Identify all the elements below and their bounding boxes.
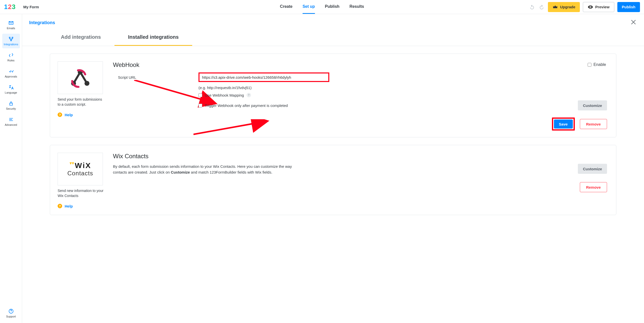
integration-card-webhook: Enable [50, 54, 616, 137]
integration-card-wix: ▾▾WiX Contacts Send new information to y… [50, 145, 616, 215]
wix-help-link[interactable]: ? Help [58, 204, 105, 208]
page-title: Integrations [29, 20, 55, 25]
lock-icon [8, 101, 14, 106]
preview-label: Preview [595, 5, 610, 9]
tab-setup[interactable]: Set up [303, 0, 315, 14]
sidebar-label-approvals: Approvals [5, 75, 17, 78]
help-label: Help [65, 113, 73, 117]
publish-label: Publish [622, 5, 635, 9]
sidebar-item-advanced[interactable]: Advanced [2, 114, 20, 129]
redo-button[interactable] [538, 4, 545, 10]
close-button[interactable] [630, 19, 637, 27]
webhook-icon [69, 68, 92, 88]
help-badge-icon: ? [58, 204, 62, 208]
crown-icon [552, 4, 558, 10]
webhook-desc: Send your form submissions to a custom s… [58, 97, 105, 107]
integrations-icon [8, 36, 14, 42]
language-icon [8, 85, 14, 90]
trigger-after-payment-checkbox[interactable] [198, 104, 202, 107]
upgrade-label: Upgrade [560, 5, 575, 9]
tab-results[interactable]: Results [349, 0, 364, 14]
advanced-icon [8, 117, 14, 122]
sidebar-label-security: Security [6, 107, 16, 110]
wix-description: By default, each form submission sends i… [113, 164, 294, 175]
rules-icon [8, 52, 14, 58]
sidebar-label-rules: Rules [7, 59, 14, 62]
sidebar-label-support: Support [6, 315, 16, 318]
redo-icon [539, 4, 544, 10]
sidebar-item-integrations[interactable]: Integrations [2, 34, 20, 48]
sidebar-label-language: Language [5, 91, 17, 94]
script-url-input[interactable] [198, 72, 329, 82]
sidebar-item-security[interactable]: Security [2, 98, 20, 113]
sidebar-item-emails[interactable]: Emails [2, 18, 20, 32]
upgrade-button[interactable]: Upgrade [548, 2, 580, 12]
wix-title: Wix Contacts [113, 153, 607, 160]
wix-logo: ▾▾WiX Contacts [58, 153, 103, 185]
mail-icon [8, 20, 14, 26]
enable-label: Enable [593, 62, 606, 67]
script-url-label: Script URL [113, 75, 198, 79]
sidebar-item-approvals[interactable]: Approvals [2, 66, 20, 80]
trigger-after-payment-label: Trigger Webhook only after payment is co… [205, 103, 288, 108]
sidebar-item-support[interactable]: Support [2, 306, 20, 320]
wix-remove-button[interactable]: Remove [580, 182, 607, 192]
close-icon [630, 19, 637, 26]
use-mapping-label: Use Webhook Mapping [205, 93, 244, 97]
sidebar-label-integrations: Integrations [4, 43, 18, 46]
wix-help-label: Help [65, 204, 73, 208]
help-icon [8, 308, 14, 314]
undo-icon [529, 4, 535, 10]
sidebar-item-language[interactable]: Language [2, 82, 20, 97]
help-link[interactable]: ? Help [58, 112, 105, 117]
webhook-logo [58, 61, 103, 94]
info-icon[interactable]: ? [247, 93, 251, 97]
publish-button[interactable]: Publish [617, 2, 640, 12]
form-title: My Form [23, 5, 39, 9]
logo[interactable]: 123 [4, 3, 15, 11]
remove-button[interactable]: Remove [580, 119, 607, 129]
undo-button[interactable] [529, 4, 535, 10]
save-button[interactable]: Save [554, 119, 573, 129]
tab-create[interactable]: Create [280, 0, 293, 14]
tab-publish[interactable]: Publish [325, 0, 340, 14]
customize-button[interactable]: Customize [578, 100, 607, 110]
use-mapping-checkbox[interactable] [198, 93, 202, 97]
script-url-hint: (e.g. http://requestb.in/1fvdvj51) [198, 86, 607, 90]
save-highlight: Save [552, 117, 575, 131]
subtab-installed-integrations[interactable]: Installed integrations [114, 29, 192, 46]
sidebar-label-emails: Emails [7, 27, 15, 30]
enable-checkbox[interactable] [588, 63, 591, 67]
help-badge-icon: ? [58, 112, 62, 117]
webhook-title: WebHook [113, 61, 607, 68]
wix-left-desc: Send new information to your Wix Contact… [58, 188, 105, 198]
preview-button[interactable]: Preview [583, 2, 614, 12]
sidebar-item-rules[interactable]: Rules [2, 50, 20, 64]
wix-customize-button[interactable]: Customize [578, 164, 607, 174]
approvals-icon [8, 68, 14, 74]
eye-icon [588, 4, 593, 10]
subtab-add-integrations[interactable]: Add integrations [47, 29, 114, 46]
sidebar-label-advanced: Advanced [5, 123, 17, 126]
